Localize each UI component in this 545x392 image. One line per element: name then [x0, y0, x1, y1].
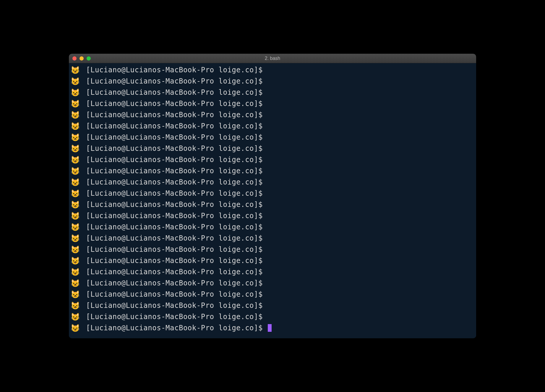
close-button[interactable] — [72, 56, 77, 61]
shell-prompt: [Luciano@Lucianos-MacBook-Pro loige.co]$ — [86, 234, 267, 242]
cat-emoji-icon: 😺 — [71, 324, 80, 332]
cat-emoji-icon: 😺 — [71, 156, 80, 164]
cat-emoji-icon: 😺 — [71, 88, 80, 97]
shell-prompt: [Luciano@Lucianos-MacBook-Pro loige.co]$ — [86, 88, 267, 97]
shell-prompt: [Luciano@Lucianos-MacBook-Pro loige.co]$ — [86, 200, 267, 209]
terminal-line: 😺[Luciano@Lucianos-MacBook-Pro loige.co]… — [71, 244, 474, 255]
terminal-window: 2. bash 😺[Luciano@Lucianos-MacBook-Pro l… — [69, 54, 476, 338]
shell-prompt: [Luciano@Lucianos-MacBook-Pro loige.co]$ — [86, 66, 267, 74]
cat-emoji-icon: 😺 — [71, 279, 80, 288]
terminal-line: 😺[Luciano@Lucianos-MacBook-Pro loige.co]… — [71, 87, 474, 98]
terminal-line: 😺[Luciano@Lucianos-MacBook-Pro loige.co]… — [71, 277, 474, 289]
terminal-line: 😺[Luciano@Lucianos-MacBook-Pro loige.co]… — [71, 255, 474, 266]
shell-prompt: [Luciano@Lucianos-MacBook-Pro loige.co]$ — [86, 133, 267, 141]
shell-prompt: [Luciano@Lucianos-MacBook-Pro loige.co]$ — [86, 167, 267, 175]
shell-prompt: [Luciano@Lucianos-MacBook-Pro loige.co]$ — [86, 122, 267, 130]
terminal-line: 😺[Luciano@Lucianos-MacBook-Pro loige.co]… — [71, 165, 474, 177]
cat-emoji-icon: 😺 — [71, 245, 80, 254]
shell-prompt: [Luciano@Lucianos-MacBook-Pro loige.co]$ — [86, 313, 267, 321]
terminal-line: 😺[Luciano@Lucianos-MacBook-Pro loige.co]… — [71, 311, 474, 322]
cursor — [268, 324, 272, 332]
terminal-line: 😺[Luciano@Lucianos-MacBook-Pro loige.co]… — [71, 109, 474, 120]
terminal-line: 😺[Luciano@Lucianos-MacBook-Pro loige.co]… — [71, 154, 474, 165]
terminal-line: 😺[Luciano@Lucianos-MacBook-Pro loige.co]… — [71, 221, 474, 233]
terminal-line: 😺[Luciano@Lucianos-MacBook-Pro loige.co]… — [71, 132, 474, 143]
terminal-line: 😺[Luciano@Lucianos-MacBook-Pro loige.co]… — [71, 210, 474, 221]
shell-prompt: [Luciano@Lucianos-MacBook-Pro loige.co]$ — [86, 257, 267, 265]
shell-prompt: [Luciano@Lucianos-MacBook-Pro loige.co]$ — [86, 290, 267, 298]
cat-emoji-icon: 😺 — [71, 167, 80, 175]
shell-prompt: [Luciano@Lucianos-MacBook-Pro loige.co]$ — [86, 144, 267, 153]
maximize-button[interactable] — [87, 56, 91, 61]
cat-emoji-icon: 😺 — [71, 99, 80, 108]
cat-emoji-icon: 😺 — [71, 212, 80, 220]
shell-prompt: [Luciano@Lucianos-MacBook-Pro loige.co]$ — [86, 156, 267, 164]
shell-prompt: [Luciano@Lucianos-MacBook-Pro loige.co]$ — [86, 223, 267, 231]
cat-emoji-icon: 😺 — [71, 301, 80, 310]
terminal-line: 😺[Luciano@Lucianos-MacBook-Pro loige.co]… — [71, 64, 474, 76]
shell-prompt: [Luciano@Lucianos-MacBook-Pro loige.co]$ — [86, 301, 267, 310]
terminal-line: 😺[Luciano@Lucianos-MacBook-Pro loige.co]… — [71, 289, 474, 300]
cat-emoji-icon: 😺 — [71, 268, 80, 276]
cat-emoji-icon: 😺 — [71, 189, 80, 198]
terminal-line: 😺[Luciano@Lucianos-MacBook-Pro loige.co]… — [71, 76, 474, 87]
terminal-line: 😺[Luciano@Lucianos-MacBook-Pro loige.co]… — [71, 98, 474, 109]
cat-emoji-icon: 😺 — [71, 223, 80, 231]
cat-emoji-icon: 😺 — [71, 290, 80, 299]
cat-emoji-icon: 😺 — [71, 144, 80, 153]
terminal-line: 😺[Luciano@Lucianos-MacBook-Pro loige.co]… — [71, 177, 474, 188]
shell-prompt: [Luciano@Lucianos-MacBook-Pro loige.co]$ — [86, 279, 267, 287]
shell-prompt: [Luciano@Lucianos-MacBook-Pro loige.co]$ — [86, 77, 267, 85]
terminal-line: 😺[Luciano@Lucianos-MacBook-Pro loige.co]… — [71, 233, 474, 244]
shell-prompt: [Luciano@Lucianos-MacBook-Pro loige.co]$ — [86, 268, 267, 276]
shell-prompt: [Luciano@Lucianos-MacBook-Pro loige.co]$ — [86, 111, 267, 119]
shell-prompt: [Luciano@Lucianos-MacBook-Pro loige.co]$ — [86, 178, 267, 186]
shell-prompt: [Luciano@Lucianos-MacBook-Pro loige.co]$ — [86, 189, 267, 197]
traffic-lights — [72, 56, 91, 61]
cat-emoji-icon: 😺 — [71, 257, 80, 265]
cat-emoji-icon: 😺 — [71, 66, 80, 74]
terminal-line: 😺[Luciano@Lucianos-MacBook-Pro loige.co]… — [71, 120, 474, 132]
shell-prompt: [Luciano@Lucianos-MacBook-Pro loige.co]$ — [86, 212, 267, 220]
cat-emoji-icon: 😺 — [71, 313, 80, 321]
shell-prompt: [Luciano@Lucianos-MacBook-Pro loige.co]$ — [86, 99, 267, 108]
terminal-line: 😺[Luciano@Lucianos-MacBook-Pro loige.co]… — [71, 143, 474, 154]
terminal-line: 😺[Luciano@Lucianos-MacBook-Pro loige.co]… — [71, 300, 474, 311]
terminal-line: 😺[Luciano@Lucianos-MacBook-Pro loige.co]… — [71, 199, 474, 210]
terminal-line: 😺[Luciano@Lucianos-MacBook-Pro loige.co]… — [71, 188, 474, 199]
cat-emoji-icon: 😺 — [71, 234, 80, 243]
window-title: 2. bash — [265, 56, 280, 61]
shell-prompt: [Luciano@Lucianos-MacBook-Pro loige.co]$ — [86, 245, 267, 254]
cat-emoji-icon: 😺 — [71, 133, 80, 142]
terminal-line: 😺[Luciano@Lucianos-MacBook-Pro loige.co]… — [71, 266, 474, 277]
minimize-button[interactable] — [80, 56, 84, 61]
cat-emoji-icon: 😺 — [71, 111, 80, 119]
terminal-body[interactable]: 😺[Luciano@Lucianos-MacBook-Pro loige.co]… — [69, 63, 476, 338]
shell-prompt: [Luciano@Lucianos-MacBook-Pro loige.co]$ — [86, 324, 267, 332]
cat-emoji-icon: 😺 — [71, 77, 80, 86]
titlebar[interactable]: 2. bash — [69, 54, 476, 63]
cat-emoji-icon: 😺 — [71, 200, 80, 209]
cat-emoji-icon: 😺 — [71, 122, 80, 130]
cat-emoji-icon: 😺 — [71, 178, 80, 187]
terminal-line: 😺[Luciano@Lucianos-MacBook-Pro loige.co]… — [71, 322, 474, 334]
